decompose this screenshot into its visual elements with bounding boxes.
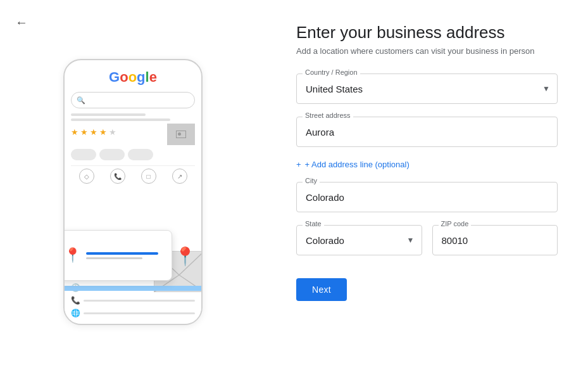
country-select[interactable]: United States Canada Mexico United Kingd… (296, 74, 558, 104)
country-select-wrapper: United States Canada Mexico United Kingd… (296, 74, 558, 104)
map-line-blue (86, 252, 158, 255)
list-line-3 (84, 312, 195, 314)
plus-icon: + (296, 160, 301, 169)
phone-share-icon: ↗ (172, 169, 187, 184)
list-item-2: 📞 (71, 296, 195, 305)
google-logo: G o o g l e (71, 69, 195, 86)
zip-field: ZIP code (432, 225, 558, 255)
phone-call-icon: 📞 (110, 169, 125, 184)
phone-pills (71, 149, 195, 160)
phone-search-icon: 🔍 (77, 96, 85, 105)
back-button[interactable]: ← (15, 15, 28, 30)
add-address-label: + Add address line (optional) (305, 160, 410, 169)
phone-icon-row: ◇ 📞 □ ↗ (71, 165, 195, 184)
map-pin-blue-icon: 📍 (64, 247, 81, 264)
city-label: City (303, 177, 320, 184)
phone-line-1 (71, 113, 146, 116)
list-line-2 (84, 300, 195, 302)
phone-directions-icon: ◇ (79, 169, 94, 184)
page-title: Enter your business address (296, 23, 558, 42)
phone-search-bar: 🔍 (71, 92, 195, 108)
zip-label: ZIP code (439, 220, 472, 227)
list-item-3: 🌐 (71, 309, 195, 317)
street-input[interactable] (296, 117, 558, 147)
phone-save-icon: □ (141, 169, 156, 184)
left-panel: ← G o o g l e 🔍 (0, 0, 266, 365)
map-card-lines (86, 252, 166, 259)
map-line-gray (86, 257, 142, 259)
country-label: Country / Region (303, 68, 360, 76)
zip-input[interactable] (432, 225, 558, 255)
pill-2 (99, 149, 125, 160)
country-field: Country / Region United States Canada Me… (296, 74, 558, 104)
map-pin-red-icon: 📍 (174, 246, 196, 267)
page-subtitle: Add a location where customers can visit… (296, 46, 558, 56)
pill-1 (71, 149, 96, 160)
phone-stars: ★ ★ ★ ★ ★ (71, 127, 163, 137)
street-label: Street address (303, 112, 353, 119)
state-label: State (303, 220, 324, 227)
street-address-field: Street address (296, 117, 558, 147)
phone-line-2 (71, 118, 170, 121)
pill-3 (128, 149, 153, 160)
city-input[interactable] (296, 182, 558, 212)
right-panel: Enter your business address Add a locati… (266, 0, 588, 365)
city-field: City (296, 182, 558, 212)
state-zip-row: State Colorado California New York Texas… (296, 225, 558, 268)
phone-photo (167, 124, 195, 145)
state-select-wrapper: Colorado California New York Texas Flori… (296, 225, 422, 255)
phone-mockup: G o o g l e 🔍 (63, 59, 203, 325)
map-card: 📍 (63, 230, 172, 281)
state-field: State Colorado California New York Texas… (296, 225, 422, 255)
globe-icon: 🌐 (71, 309, 80, 317)
state-select[interactable]: Colorado California New York Texas Flori… (296, 225, 422, 255)
next-button[interactable]: Next (296, 278, 347, 301)
blue-bar (65, 286, 201, 291)
phone-stars-section: ★ ★ ★ ★ ★ (71, 124, 195, 145)
add-address-line-button[interactable]: + + Add address line (optional) (296, 160, 558, 169)
phone-icon: 📞 (71, 296, 80, 305)
